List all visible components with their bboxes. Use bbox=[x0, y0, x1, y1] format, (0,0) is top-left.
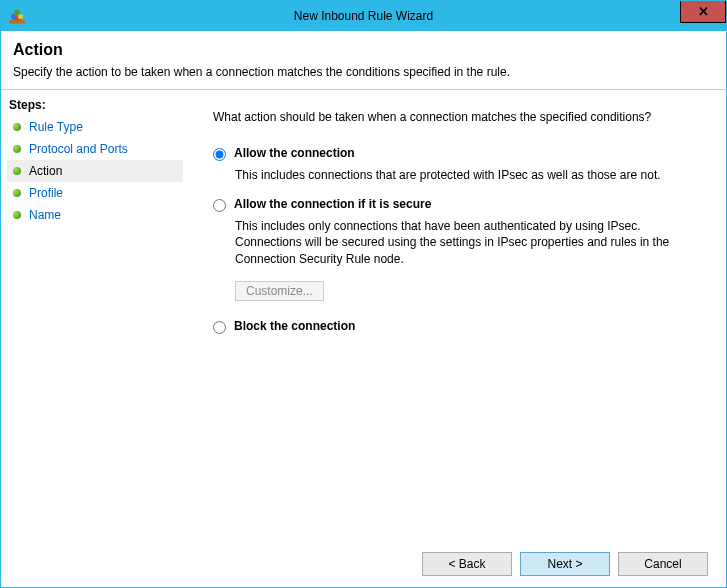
titlebar: New Inbound Rule Wizard ✕ bbox=[1, 1, 726, 31]
option-label-allow-secure[interactable]: Allow the connection if it is secure bbox=[234, 197, 431, 211]
step-label: Name bbox=[29, 208, 61, 222]
page-description: Specify the action to be taken when a co… bbox=[13, 65, 714, 79]
step-bullet-icon bbox=[13, 167, 21, 175]
step-rule-type[interactable]: Rule Type bbox=[7, 116, 183, 138]
option-label-allow[interactable]: Allow the connection bbox=[234, 146, 355, 160]
option-desc-allow: This includes connections that are prote… bbox=[235, 167, 695, 183]
close-button[interactable]: ✕ bbox=[680, 1, 726, 23]
option-radio-allow[interactable] bbox=[213, 148, 226, 161]
step-bullet-icon bbox=[13, 211, 21, 219]
wizard-header: Action Specify the action to be taken wh… bbox=[1, 31, 726, 90]
option-desc-allow-secure: This includes only connections that have… bbox=[235, 218, 695, 267]
cancel-button[interactable]: Cancel bbox=[618, 552, 708, 576]
step-bullet-icon bbox=[13, 189, 21, 197]
action-question: What action should be taken when a conne… bbox=[213, 110, 702, 124]
window-title: New Inbound Rule Wizard bbox=[294, 9, 433, 23]
app-icon bbox=[9, 8, 25, 24]
customize-button[interactable]: Customize... bbox=[235, 281, 324, 301]
step-label: Protocol and Ports bbox=[29, 142, 128, 156]
page-title: Action bbox=[13, 41, 714, 59]
step-protocol-and-ports[interactable]: Protocol and Ports bbox=[7, 138, 183, 160]
back-button[interactable]: < Back bbox=[422, 552, 512, 576]
close-icon: ✕ bbox=[698, 4, 709, 19]
option-allow: Allow the connection bbox=[213, 146, 702, 161]
svg-point-3 bbox=[18, 14, 23, 19]
step-action[interactable]: Action bbox=[7, 160, 183, 182]
option-block: Block the connection bbox=[213, 319, 702, 334]
svg-point-2 bbox=[11, 14, 16, 19]
steps-panel: Steps: Rule TypeProtocol and PortsAction… bbox=[1, 90, 189, 588]
step-label: Profile bbox=[29, 186, 63, 200]
option-allow-secure: Allow the connection if it is secure bbox=[213, 197, 702, 212]
main-panel: What action should be taken when a conne… bbox=[189, 90, 726, 588]
svg-rect-0 bbox=[9, 20, 25, 24]
step-label: Action bbox=[29, 164, 62, 178]
option-radio-allow-secure[interactable] bbox=[213, 199, 226, 212]
step-name[interactable]: Name bbox=[7, 204, 183, 226]
step-label: Rule Type bbox=[29, 120, 83, 134]
steps-title: Steps: bbox=[7, 96, 183, 116]
wizard-body: Steps: Rule TypeProtocol and PortsAction… bbox=[1, 90, 726, 588]
wizard-footer-buttons: < Back Next > Cancel bbox=[422, 552, 708, 576]
option-label-block[interactable]: Block the connection bbox=[234, 319, 355, 333]
next-button[interactable]: Next > bbox=[520, 552, 610, 576]
option-radio-block[interactable] bbox=[213, 321, 226, 334]
step-bullet-icon bbox=[13, 123, 21, 131]
step-profile[interactable]: Profile bbox=[7, 182, 183, 204]
step-bullet-icon bbox=[13, 145, 21, 153]
